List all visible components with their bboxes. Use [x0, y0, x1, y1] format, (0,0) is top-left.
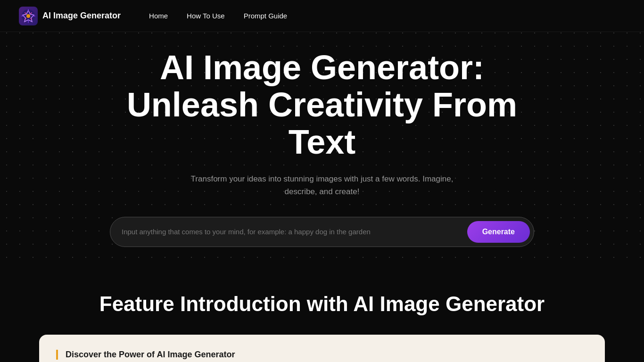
hero-subtitle: Transform your ideas into stunning image… [181, 173, 463, 198]
svg-point-1 [26, 14, 30, 18]
navbar: AI Image Generator Home How To Use Promp… [0, 0, 644, 32]
nav-item-home[interactable]: Home [149, 12, 168, 20]
hero-title: AI Image Generator: Unleash Creativity F… [110, 49, 534, 161]
search-bar: Generate [110, 217, 534, 247]
nav-link-home[interactable]: Home [149, 12, 168, 20]
features-title: Feature Introduction with AI Image Gener… [19, 292, 625, 316]
generate-button[interactable]: Generate [467, 221, 530, 243]
brand[interactable]: AI Image Generator [19, 7, 121, 25]
brand-logo [19, 7, 38, 25]
features-section: Feature Introduction with AI Image Gener… [0, 264, 644, 362]
nav-link-prompt-guide[interactable]: Prompt Guide [244, 12, 288, 20]
nav-item-prompt-guide[interactable]: Prompt Guide [244, 12, 288, 20]
hero-section: AI Image Generator: Unleash Creativity F… [0, 0, 644, 264]
nav-item-how-to-use[interactable]: How To Use [187, 12, 225, 20]
brand-name: AI Image Generator [42, 11, 121, 21]
feature-card: Discover the Power of AI Image Generator… [39, 335, 605, 362]
feature-card-title: Discover the Power of AI Image Generator [56, 350, 588, 360]
nav-menu: Home How To Use Prompt Guide [149, 12, 287, 20]
search-input[interactable] [122, 228, 462, 236]
nav-link-how-to-use[interactable]: How To Use [187, 12, 225, 20]
